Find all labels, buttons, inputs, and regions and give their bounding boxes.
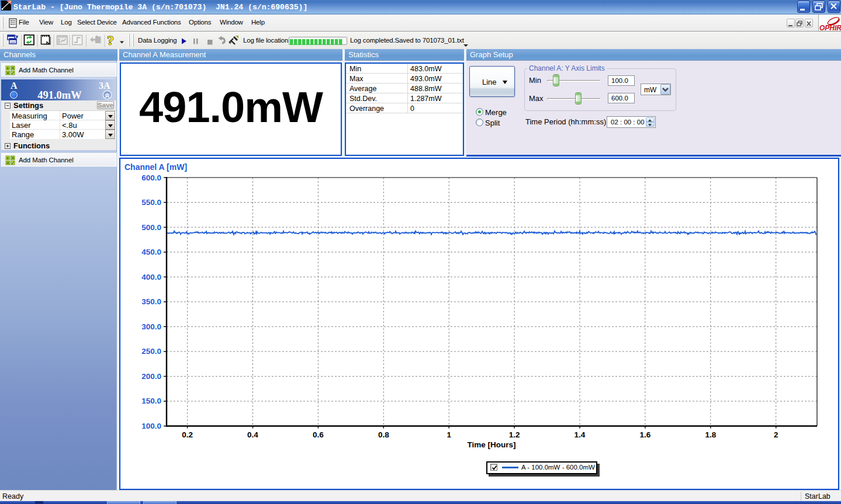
svg-text:250.0: 250.0: [141, 347, 161, 356]
svg-text:1.8: 1.8: [705, 430, 716, 439]
svg-text:0.8: 0.8: [378, 430, 389, 439]
svg-text:450.0: 450.0: [141, 248, 161, 256]
svg-text:0.4: 0.4: [247, 430, 258, 439]
svg-text:200.0: 200.0: [141, 372, 161, 381]
svg-text:100.0: 100.0: [141, 422, 161, 430]
svg-text:500.0: 500.0: [141, 223, 161, 232]
svg-text:0.2: 0.2: [182, 430, 193, 439]
svg-text:2: 2: [774, 430, 778, 439]
svg-text:OPHIR: OPHIR: [819, 24, 841, 32]
svg-text:150.0: 150.0: [141, 397, 161, 405]
svg-text:0.6: 0.6: [313, 430, 324, 439]
svg-text:600.0: 600.0: [141, 173, 161, 182]
svg-text:1: 1: [447, 430, 451, 439]
svg-text:Time [Hours]: Time [Hours]: [467, 440, 515, 449]
svg-text:400.0: 400.0: [141, 273, 161, 281]
svg-text:1.4: 1.4: [574, 430, 586, 439]
svg-text:300.0: 300.0: [141, 322, 161, 331]
svg-text:550.0: 550.0: [141, 198, 161, 207]
svg-text:1.2: 1.2: [509, 430, 520, 439]
svg-text:?: ?: [107, 33, 114, 48]
svg-text:350.0: 350.0: [141, 297, 161, 306]
svg-text:1.6: 1.6: [640, 430, 651, 439]
